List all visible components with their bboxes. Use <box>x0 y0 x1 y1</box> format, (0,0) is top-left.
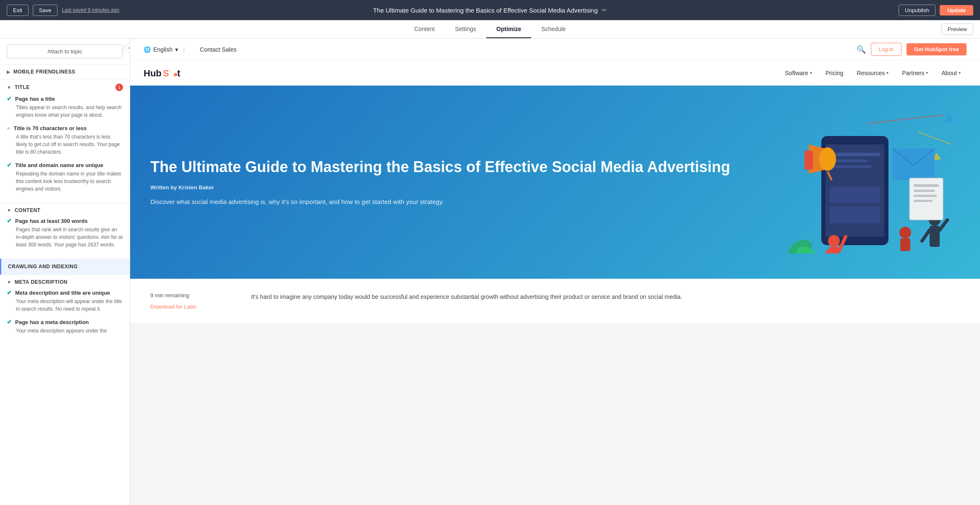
svg-rect-36 <box>914 200 933 202</box>
check-pass-icon-3: ✔ <box>7 217 12 224</box>
section-mobile-friendliness[interactable]: ▶ MOBILE FRIENDLINESS <box>0 64 130 79</box>
search-icon[interactable]: 🔍 <box>857 45 866 54</box>
nav-about-label: About <box>941 70 957 76</box>
time-remaining: 9 min remaining <box>150 292 234 298</box>
edit-title-icon[interactable]: ✏ <box>602 7 607 13</box>
get-hubspot-button[interactable]: Get HubSpot free <box>907 43 967 55</box>
chevron-down-icon-2: ▼ <box>7 208 11 213</box>
written-by-label: Written by <box>150 184 178 191</box>
collapse-panel-button[interactable]: « <box>125 43 130 53</box>
svg-rect-35 <box>914 195 937 197</box>
check-title-label: Page has a title <box>15 96 55 102</box>
check-words-label: Page has at least 300 words <box>15 218 88 224</box>
hubspot-logo: HubSt <box>144 66 194 80</box>
svg-point-2 <box>174 73 177 76</box>
svg-rect-13 <box>830 186 880 203</box>
section-title-header[interactable]: ▼ TITLE 1 <box>0 79 130 95</box>
svg-text:S: S <box>163 68 169 78</box>
globe-icon: 🌐 <box>144 46 151 53</box>
check-word-count: ✔ Page has at least 300 words Pages that… <box>7 217 123 249</box>
svg-text:Hub: Hub <box>144 68 162 78</box>
exit-button[interactable]: Exit <box>7 5 29 16</box>
top-bar-right: Unpublish Update <box>899 5 973 16</box>
hero-illustration <box>783 111 960 254</box>
tab-optimize[interactable]: Optimize <box>486 21 531 38</box>
tab-schedule[interactable]: Schedule <box>531 21 576 38</box>
tab-settings[interactable]: Settings <box>445 21 486 38</box>
nav-software-label: Software <box>785 70 808 76</box>
page-title: The Ultimate Guide to Mastering the Basi… <box>373 7 598 14</box>
check-has-meta-row: ✔ Page has a meta description <box>7 319 123 325</box>
nav-software[interactable]: Software ▾ <box>779 66 818 80</box>
main-layout: « Attach to topic ▶ MOBILE FRIENDLINESS … <box>0 39 980 505</box>
svg-marker-6 <box>943 115 954 123</box>
unpublish-button[interactable]: Unpublish <box>899 5 935 16</box>
chevron-right-icon: ▶ <box>7 69 10 75</box>
svg-line-5 <box>918 132 951 144</box>
svg-line-27 <box>940 220 947 230</box>
caret-icon-3: ▾ <box>926 71 928 75</box>
hero-subtitle: Discover what social media advertising i… <box>150 197 767 207</box>
tab-content[interactable]: Content <box>404 21 445 38</box>
check-has-meta-label: Page has a meta description <box>15 319 89 325</box>
download-link[interactable]: Download for Later <box>150 304 234 310</box>
content-body-text: It's hard to imagine any company today w… <box>251 292 960 310</box>
left-panel: « Attach to topic ▶ MOBILE FRIENDLINESS … <box>0 39 130 505</box>
section-content-header[interactable]: ▼ CONTENT <box>0 203 130 217</box>
top-bar-left: Exit Save Last saved 9 minutes ago <box>7 5 119 16</box>
check-meta-unique-label: Meta description and title are unique <box>15 290 110 296</box>
svg-rect-10 <box>830 153 880 156</box>
title-badge: 1 <box>115 84 123 91</box>
svg-text:t: t <box>177 68 181 78</box>
section-meta-header[interactable]: ▼ META DESCRIPTION <box>0 275 130 289</box>
nav-pricing-label: Pricing <box>825 70 844 76</box>
check-has-meta-desc: Your meta description appears under the <box>7 327 123 335</box>
chevron-down-icon-3: ▼ <box>7 280 11 285</box>
last-saved-text: Last saved 9 minutes ago <box>62 7 119 13</box>
language-selector[interactable]: 🌐 English ▾ <box>144 46 178 53</box>
check-title-length: ● Title is 70 characters or less A title… <box>7 125 123 156</box>
svg-line-22 <box>821 251 829 254</box>
contact-sales-link[interactable]: Contact Sales <box>200 46 236 53</box>
check-meta-unique-row: ✔ Meta description and title are unique <box>7 289 123 296</box>
hs-top-left: 🌐 English ▾ | Contact Sales <box>144 46 236 53</box>
section-title-meta: META DESCRIPTION <box>15 279 123 285</box>
language-label: English <box>153 46 173 53</box>
check-unique-label: Title and domain name are unique <box>15 162 103 168</box>
login-button[interactable]: Log in <box>871 43 901 56</box>
hs-nav-links: Software ▾ Pricing Resources ▾ Partners … <box>779 66 967 80</box>
section-title-title: TITLE <box>15 84 115 90</box>
check-title-row: ✔ Page has a title <box>7 95 123 102</box>
caret-icon-4: ▾ <box>959 71 961 75</box>
update-button[interactable]: Update <box>940 5 973 16</box>
check-pass-icon-4: ✔ <box>7 289 12 296</box>
nav-pricing[interactable]: Pricing <box>820 66 849 80</box>
check-length-label: Title is 70 characters or less <box>13 125 86 131</box>
preview-button[interactable]: Preview <box>941 24 973 35</box>
author-name[interactable]: Kristen Baker <box>178 184 214 191</box>
nav-about[interactable]: About ▾ <box>935 66 967 80</box>
svg-rect-12 <box>830 165 872 168</box>
nav-resources[interactable]: Resources ▾ <box>851 66 895 80</box>
svg-line-4 <box>867 115 943 123</box>
chevron-down-icon: ▼ <box>7 85 11 90</box>
check-length-row: ● Title is 70 characters or less <box>7 125 123 131</box>
check-unique-desc: Repeating the domain name in your title … <box>7 170 123 193</box>
dropdown-arrow-icon: ▾ <box>175 46 178 53</box>
svg-rect-25 <box>930 226 940 247</box>
divider: | <box>183 46 185 53</box>
nav-tabs: Content Settings Optimize Schedule Previ… <box>0 20 980 39</box>
caret-icon-2: ▾ <box>886 71 888 75</box>
nav-partners[interactable]: Partners ▾ <box>896 66 934 80</box>
attach-topic-button[interactable]: Attach to topic <box>7 44 123 58</box>
right-content: 🌐 English ▾ | Contact Sales 🔍 Log in Get… <box>130 39 980 505</box>
hero-title: The Ultimate Guide to Mastering the Basi… <box>150 158 767 176</box>
hs-top-bar: 🌐 English ▾ | Contact Sales 🔍 Log in Get… <box>130 39 980 60</box>
svg-rect-29 <box>900 238 910 251</box>
save-button[interactable]: Save <box>33 5 58 16</box>
check-pass-icon: ✔ <box>7 95 12 102</box>
check-title-desc: Titles appear in search results, and hel… <box>7 104 123 119</box>
section-crawling[interactable]: CRAWLING AND INDEXING <box>0 259 130 275</box>
hero-author: Written by Kristen Baker <box>150 184 767 191</box>
section-title-mobile: MOBILE FRIENDLINESS <box>13 69 123 75</box>
